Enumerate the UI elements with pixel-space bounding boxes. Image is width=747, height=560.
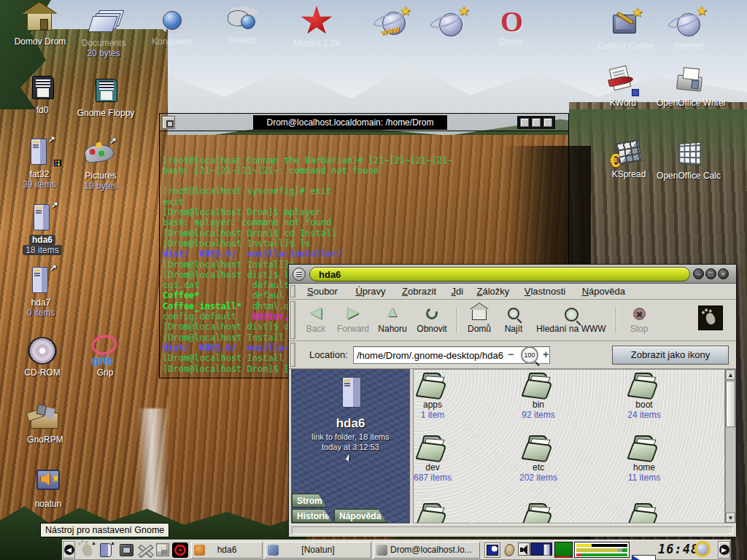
session-applet[interactable] — [503, 543, 516, 558]
tab-strom[interactable]: Strom — [292, 494, 327, 508]
scroll-up-button[interactable]: ▲ — [726, 370, 735, 380]
stop-button[interactable]: ✕Stop — [623, 303, 655, 334]
menu-zobrazit[interactable]: Zobrazit — [402, 286, 436, 297]
cd-icon — [25, 335, 60, 366]
globe-applet-icon[interactable] — [694, 541, 711, 557]
desktop-icon-galeon[interactable]: Galeon — [209, 3, 276, 45]
desktop-icon-documents[interactable]: Documents 20 bytes — [70, 6, 137, 58]
window-menu-button[interactable] — [293, 268, 306, 281]
folder-partial[interactable] — [608, 503, 681, 524]
folder-home[interactable]: home 11 items — [608, 435, 681, 483]
desktop-icon-control-center[interactable]: ★ Control Center — [592, 9, 659, 51]
menu-soubor[interactable]: Soubor — [307, 286, 338, 297]
terminal-maximize-button[interactable] — [532, 118, 541, 127]
desktop-icon-opera[interactable]: O Opera — [477, 4, 544, 47]
folder-apps[interactable]: apps 1 item — [413, 373, 469, 420]
desktop-icon-oowriter[interactable]: OpenOffice Writer — [657, 66, 724, 108]
menu-zalozky[interactable]: Záložky — [477, 286, 510, 297]
workspace-pager[interactable] — [156, 542, 171, 558]
scroll-down-button[interactable]: ▼ — [726, 513, 735, 523]
folder-icon — [417, 373, 449, 399]
close-button[interactable]: × — [718, 268, 729, 279]
desktop-icon-gnorpm[interactable]: GnoRPM — [12, 402, 79, 445]
menu-vlastnosti[interactable]: Vlastnosti — [525, 286, 565, 297]
target-launcher[interactable] — [172, 542, 188, 558]
zoom-level[interactable]: 100 — [521, 346, 538, 364]
mixer-meter-applet[interactable] — [574, 542, 630, 558]
desktop-icon-planet[interactable]: ★ — [417, 9, 484, 41]
desktop-icon-gnome-floppy[interactable]: Gnome Floppy — [72, 76, 139, 118]
web-search-button[interactable]: Hledání na WWW — [531, 303, 611, 334]
minimize-button[interactable]: − — [693, 268, 704, 279]
screensaver-applet[interactable] — [484, 542, 500, 558]
desktop-icon-konqueror[interactable]: Konqueror — [139, 4, 206, 47]
desktop-icon-noatun[interactable]: noatun — [15, 467, 82, 509]
tab-historie[interactable]: Historie — [292, 509, 333, 523]
maximize-button[interactable]: □ — [705, 268, 716, 279]
forward-button[interactable]: ▶Forward — [333, 303, 374, 334]
fm-titlebar[interactable]: hda6 − □ × — [289, 265, 736, 284]
launcher-arrow-icon: ▲ — [110, 540, 115, 545]
panel-hide-right-button[interactable]: ▶ — [718, 541, 730, 559]
drive-icon: ↗ — [22, 137, 57, 168]
zoom-out-button[interactable]: − — [508, 351, 516, 359]
desktop-icon-kword[interactable]: KWord — [589, 66, 657, 108]
toolbar-handle[interactable] — [290, 301, 295, 339]
desktop-icon-hda7[interactable]: ↗ hda7 0 items — [7, 265, 74, 318]
location-bar: Location: − 100 + Zobrazit jako ikony — [289, 341, 736, 369]
load-meter-applet[interactable] — [554, 542, 573, 558]
menubar-handle[interactable] — [290, 285, 295, 298]
up-button[interactable]: ▲Nahoru — [374, 303, 411, 334]
task-terminal[interactable]: Drom@localhost.lo... — [374, 542, 480, 559]
desktop-icon-oocalc[interactable]: OpenOffice Calc — [655, 139, 722, 181]
menu-napoveda[interactable]: Nápověda — [582, 286, 625, 297]
config-launcher[interactable] — [118, 542, 134, 558]
folder-boot[interactable]: boot 24 items — [608, 373, 681, 420]
menu-upravy[interactable]: Úpravy — [355, 286, 385, 297]
terminal-titlebar[interactable]: Drom@localhost.localdomain: /home/Drom — [160, 114, 568, 131]
desktop-icon-internet[interactable]: ★ Internet — [655, 9, 722, 51]
terminal-close-button[interactable] — [543, 118, 552, 127]
panel-hide-left-button[interactable]: ◀ — [63, 541, 75, 559]
task-noatun[interactable]: [Noatun] — [265, 542, 371, 559]
desktop-icon-mozilla[interactable]: Mozilla 1.2a — [283, 6, 350, 48]
refresh-button[interactable]: Obnovit — [411, 303, 452, 334]
arrow-left-icon: ◀ — [64, 545, 74, 555]
view-as-dropdown[interactable]: Zobrazit jako ikony — [612, 346, 729, 365]
file-list[interactable]: apps 1 item bin 92 items boot 24 items d… — [413, 369, 725, 524]
volume-speaker-icon[interactable] — [518, 542, 530, 556]
tools-launcher[interactable] — [137, 542, 153, 558]
volume-slider[interactable] — [530, 542, 552, 556]
desktop-icon-pictures[interactable]: ↗ Pictures 19 bytes — [67, 139, 134, 191]
folder-partial[interactable] — [502, 503, 575, 524]
desktop-icon-kspread[interactable]: € KSpread — [595, 137, 662, 179]
desktop-icon-fat32[interactable]: ↗ fat32 39 items — [6, 137, 73, 190]
desktop-icon-fd0[interactable]: fd0 — [9, 73, 76, 115]
help-launcher[interactable]: ▲ — [98, 542, 114, 558]
desktop-icon-cdrom[interactable]: CD-ROM — [9, 335, 76, 378]
home-button[interactable]: Domů — [462, 303, 496, 334]
desktop-icon-hda6[interactable]: ↗ hda6 18 items — [9, 203, 76, 255]
terminal-minimize-button[interactable] — [520, 118, 529, 127]
locationbar-handle[interactable] — [290, 343, 295, 367]
desktop-icon-home[interactable]: Domov Drom — [7, 4, 74, 47]
vertical-scrollbar[interactable]: ▲ ▼ — [725, 369, 736, 524]
folder-partial[interactable] — [413, 503, 469, 524]
clock: 16:48 — [658, 542, 699, 556]
back-button[interactable]: ◀Back — [299, 303, 333, 334]
task-hda6[interactable]: hda6 — [191, 542, 263, 559]
scroll-thumb[interactable] — [726, 381, 735, 427]
zoom-in-button[interactable]: + — [543, 351, 551, 359]
main-menu-button[interactable]: ▲ — [79, 542, 95, 558]
terminal-menu-button[interactable] — [162, 116, 175, 129]
menu-jdi[interactable]: Jdi — [451, 286, 463, 297]
folder-bin[interactable]: bin 92 items — [502, 373, 575, 420]
keyboard-layout-czech-flag[interactable] — [632, 555, 656, 560]
panel: ◀ ▲ ▲ hda6 [Noatun] Drom@localhost.lo...… — [62, 540, 731, 560]
folder-etc[interactable]: etc 202 items — [502, 435, 575, 483]
tab-napoveda[interactable]: Nápověda — [334, 509, 387, 523]
folder-dev[interactable]: dev 687 items — [413, 435, 469, 483]
toolbar-separator — [616, 307, 616, 333]
find-button[interactable]: Najít — [498, 303, 530, 334]
desktop-icon-grip[interactable]: grip Grip — [71, 335, 139, 378]
